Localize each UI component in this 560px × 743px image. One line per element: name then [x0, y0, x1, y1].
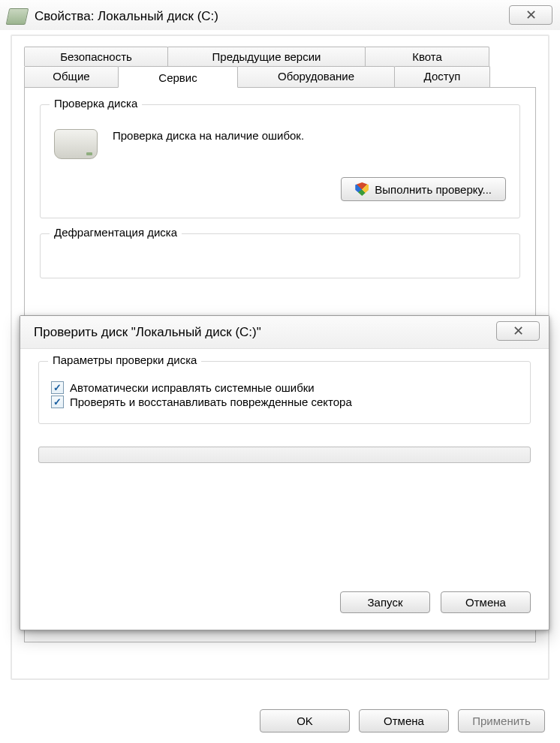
checkbox-auto-fix[interactable]: ✓	[51, 381, 64, 394]
checkbox-scan-recover[interactable]: ✓	[51, 396, 64, 408]
check-disk-body: Параметры проверки диска ✓ Автоматически…	[20, 349, 549, 424]
tab-row-2: Общие Сервис Оборудование Доступ	[24, 66, 536, 87]
properties-button-row: OK Отмена Применить	[260, 709, 545, 732]
group-check-params-title: Параметры проверки диска	[48, 353, 201, 366]
window-close-button[interactable]: ✕	[509, 5, 552, 25]
ok-button[interactable]: OK	[260, 709, 350, 732]
check-disk-button-row: Запуск Отмена	[340, 591, 531, 613]
group-check-disk: Проверка диска Проверка диска на наличие…	[40, 104, 520, 218]
cancel-button-main[interactable]: Отмена	[359, 709, 449, 732]
properties-titlebar: Свойства: Локальный диск (C:) ✕	[0, 0, 560, 30]
run-check-button-label: Выполнить проверку...	[375, 183, 492, 196]
checkbox-scan-recover-label: Проверять и восстанавливать поврежденные…	[70, 396, 352, 408]
tab-hardware[interactable]: Оборудование	[237, 66, 395, 87]
group-defrag-title: Дефрагментация диска	[50, 226, 182, 239]
tab-row-1: Безопасность Предыдущие версии Квота	[24, 47, 536, 66]
apply-button[interactable]: Применить	[458, 709, 545, 732]
tab-general[interactable]: Общие	[24, 66, 119, 87]
progress-bar	[38, 447, 531, 463]
properties-body: Безопасность Предыдущие версии Квота Общ…	[11, 35, 549, 680]
tab-quota[interactable]: Квота	[365, 47, 489, 66]
group-check-disk-title: Проверка диска	[50, 97, 142, 110]
shield-icon	[355, 182, 369, 196]
group-check-disk-desc: Проверка диска на наличие ошибок.	[113, 126, 304, 142]
tab-previous-versions[interactable]: Предыдущие версии	[167, 47, 366, 66]
start-button[interactable]: Запуск	[340, 591, 430, 613]
window-title: Свойства: Локальный диск (C:)	[35, 9, 218, 24]
drive-icon	[6, 8, 29, 25]
close-icon: ✕	[525, 7, 537, 23]
check-disk-dialog: Проверить диск "Локальный диск (C:)" ✕ П…	[20, 315, 549, 630]
check-disk-titlebar: Проверить диск "Локальный диск (C:)" ✕	[20, 316, 549, 349]
tab-security[interactable]: Безопасность	[24, 47, 168, 66]
group-check-params: Параметры проверки диска ✓ Автоматически…	[38, 361, 531, 424]
hdd-icon	[54, 129, 98, 159]
close-icon: ✕	[513, 323, 524, 339]
checkbox-auto-fix-label: Автоматически исправлять системные ошибк…	[70, 381, 315, 394]
cancel-button[interactable]: Отмена	[441, 591, 531, 613]
tab-sharing[interactable]: Доступ	[394, 66, 490, 87]
group-defrag: Дефрагментация диска	[40, 233, 520, 278]
properties-window: Свойства: Локальный диск (C:) ✕ Безопасн…	[0, 0, 560, 743]
run-check-button[interactable]: Выполнить проверку...	[341, 177, 506, 201]
check-disk-close-button[interactable]: ✕	[496, 321, 540, 341]
check-disk-title: Проверить диск "Локальный диск (C:)"	[34, 325, 261, 340]
tab-tools[interactable]: Сервис	[118, 66, 238, 88]
